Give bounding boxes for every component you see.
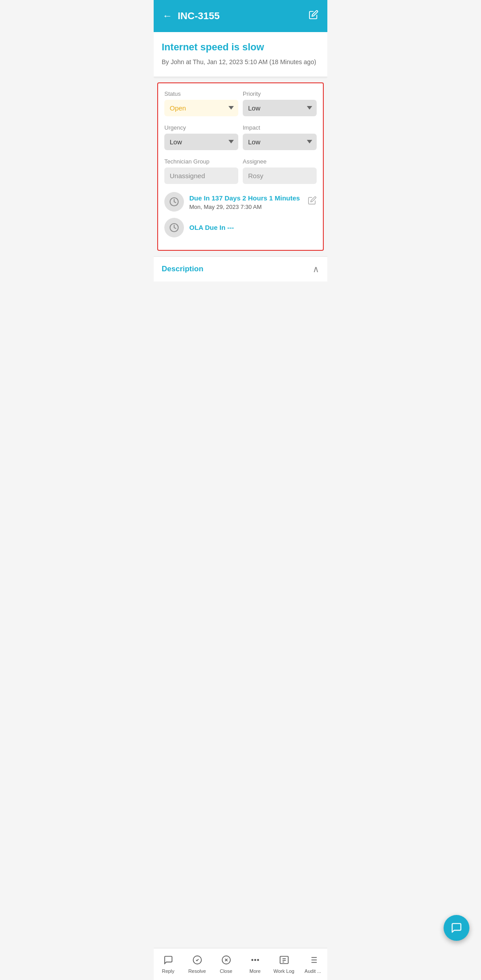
urgency-label: Urgency [164,124,238,131]
ticket-meta: By John at Thu, Jan 12, 2023 5:10 AM (18… [162,57,319,67]
assignee-value[interactable]: Rosy [243,167,317,184]
technician-group-value[interactable]: Unassigned [164,167,238,184]
status-select[interactable]: Open [164,100,238,116]
description-section: Description ∧ [154,256,327,282]
ticket-subject: Internet speed is slow [162,41,319,54]
due-text: Due In 137 Days 2 Hours 1 Minutes Mon, M… [189,193,302,210]
ola-due-row: OLA Due In --- [164,218,317,237]
status-priority-row: Status Open Priority Low [164,90,317,116]
impact-label: Impact [243,124,317,131]
impact-field: Impact Low [243,124,317,150]
edit-button[interactable] [309,10,318,22]
chevron-up-icon[interactable]: ∧ [313,264,319,274]
due-date-row: Due In 137 Days 2 Hours 1 Minutes Mon, M… [164,192,317,212]
tech-assignee-row: Technician Group Unassigned Assignee Ros… [164,158,317,184]
ola-primary: OLA Due In --- [189,223,317,232]
priority-select[interactable]: Low [243,100,317,116]
due-primary: Due In 137 Days 2 Hours 1 Minutes [189,193,302,203]
back-button[interactable]: ← [163,11,172,21]
technician-group-label: Technician Group [164,158,238,165]
status-field: Status Open [164,90,238,116]
due-clock-icon [164,192,184,212]
ola-clock-icon [164,218,184,237]
due-edit-icon[interactable] [308,196,317,207]
details-card: Status Open Priority Low Urgency Low Imp… [157,82,324,251]
description-title: Description [162,265,204,274]
urgency-field: Urgency Low [164,124,238,150]
status-label: Status [164,90,238,97]
technician-group-field: Technician Group Unassigned [164,158,238,184]
assignee-label: Assignee [243,158,317,165]
header-title: INC-3155 [178,10,220,22]
ticket-summary: Internet speed is slow By John at Thu, J… [154,32,327,77]
priority-label: Priority [243,90,317,97]
header: ← INC-3155 [154,0,327,32]
priority-field: Priority Low [243,90,317,116]
urgency-impact-row: Urgency Low Impact Low [164,124,317,150]
impact-select[interactable]: Low [243,134,317,150]
assignee-field: Assignee Rosy [243,158,317,184]
due-secondary: Mon, May 29, 2023 7:30 AM [189,204,302,210]
header-left: ← INC-3155 [163,10,220,22]
urgency-select[interactable]: Low [164,134,238,150]
ola-text: OLA Due In --- [189,223,317,232]
